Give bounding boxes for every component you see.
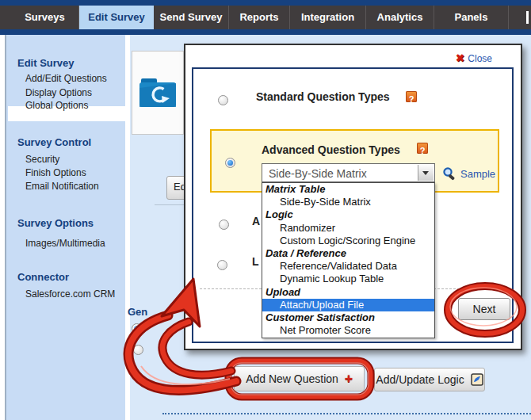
nav-tab-bar: Surveys Edit Survey Send Survey Reports … <box>0 6 531 29</box>
background-radio-selected[interactable] <box>132 323 142 334</box>
nav-left-spacer <box>0 6 11 29</box>
background-radio[interactable] <box>133 345 143 355</box>
next-button[interactable]: Next <box>458 298 510 320</box>
radio-standard-question-types[interactable] <box>218 95 228 105</box>
question-library-box <box>132 51 184 135</box>
sidebar-section-survey-options: Survey Options <box>17 217 94 229</box>
sidebar-section-connector: Connector <box>17 271 69 283</box>
tab-panels[interactable]: Panels <box>434 6 509 29</box>
app-window: Surveys Edit Survey Send Survey Reports … <box>0 0 531 420</box>
nav-bottom-strip <box>0 29 531 35</box>
radio-option-4[interactable] <box>217 260 227 270</box>
standard-question-types-label: Standard Question Types <box>256 90 390 103</box>
sidebar-item-add-edit-questions[interactable]: Add/Edit Questions <box>25 73 107 84</box>
list-item-reference-validated-data[interactable]: Reference/Validated Data <box>262 260 434 273</box>
sidebar-item-global-options[interactable]: Global Options <box>25 100 88 111</box>
list-item-net-promoter-score[interactable]: Net Promoter Score <box>262 324 434 337</box>
sidebar-item-salesforce-crm[interactable]: Salesforce.com CRM <box>25 288 115 300</box>
add-question-modal: ✖Close Standard Question Types Advanced … <box>184 44 522 350</box>
radio-option-3[interactable] <box>219 220 229 230</box>
sample-link[interactable]: Sample <box>442 166 495 181</box>
close-x-icon: ✖ <box>456 52 465 64</box>
sidebar-item-finish-options[interactable]: Finish Options <box>25 167 86 178</box>
divider-line <box>155 204 184 205</box>
tab-integration[interactable]: Integration <box>290 6 366 29</box>
logic-book-icon <box>471 373 483 386</box>
option-3-label-fragment: A <box>252 215 260 227</box>
sidebar-item-email-notification[interactable]: Email Notification <box>25 181 99 192</box>
sidebar-item-display-options[interactable]: Display Options <box>25 87 92 98</box>
question-type-dropdown-list: Matrix Table Side-By-Side Matrix Logic R… <box>262 182 435 338</box>
folder-refresh-icon <box>138 75 178 110</box>
add-new-question-button[interactable]: Add New Question + <box>234 366 365 391</box>
close-button[interactable]: ✖Close <box>456 52 492 64</box>
list-group-matrix-table[interactable]: Matrix Table <box>262 183 434 196</box>
list-group-customer-satisfaction[interactable]: Customer Satisfaction <box>262 311 434 324</box>
nav-top-strip <box>0 0 531 6</box>
question-type-select[interactable]: Side-By-Side Matrix <box>262 163 435 182</box>
red-plus-icon: + <box>345 373 353 384</box>
sidebar-section-edit-survey: Edit Survey <box>17 57 74 69</box>
tab-analytics[interactable]: Analytics <box>366 6 434 29</box>
tab-send-survey[interactable]: Send Survey <box>154 6 229 29</box>
general-section-label-fragment: Gen <box>128 306 147 318</box>
sample-label: Sample <box>460 168 495 180</box>
list-group-logic[interactable]: Logic <box>262 208 434 221</box>
tab-reports[interactable]: Reports <box>229 6 290 29</box>
question-type-panel: Standard Question Types Advanced Questio… <box>192 67 514 343</box>
help-icon[interactable] <box>417 143 428 154</box>
magnifier-icon <box>442 166 457 181</box>
list-item-side-by-side-matrix[interactable]: Side-By-Side Matrix <box>262 196 434 208</box>
option-4-label-fragment: L <box>252 255 259 268</box>
chevron-down-icon[interactable] <box>418 165 434 181</box>
add-update-logic-label: Add/Update Logic <box>376 373 464 386</box>
advanced-question-types-label: Advanced Question Types <box>262 143 400 156</box>
list-item-attach-upload-file[interactable]: Attach/Upload File <box>262 299 434 311</box>
help-icon[interactable] <box>406 91 417 102</box>
tab-surveys[interactable]: Surveys <box>11 6 79 29</box>
add-update-logic-button[interactable]: Add/Update Logic <box>374 368 485 391</box>
sidebar-item-images-multimedia[interactable]: Images/Multimedia <box>25 238 105 249</box>
tab-edit-survey[interactable]: Edit Survey <box>79 6 154 29</box>
dashed-separator <box>162 413 531 414</box>
select-value: Side-By-Side Matrix <box>269 167 367 180</box>
list-group-data-reference[interactable]: Data / Reference <box>262 247 434 260</box>
sidebar-section-survey-control: Survey Control <box>17 136 91 148</box>
list-group-upload[interactable]: Upload <box>262 286 434 299</box>
list-item-custom-logic-scoring-engine[interactable]: Custom Logic/Scoring Engine <box>262 235 434 247</box>
close-label: Close <box>468 53 492 64</box>
list-item-dynamic-lookup-table[interactable]: Dynamic Lookup Table <box>262 273 434 285</box>
list-item-randomizer[interactable]: Randomizer <box>262 222 434 235</box>
top-navigation: Surveys Edit Survey Send Survey Reports … <box>0 0 531 35</box>
cut-off-tab-fragment <box>526 11 529 24</box>
sidebar: Edit Survey Add/Edit Questions Display O… <box>5 35 125 420</box>
add-new-question-label: Add New Question <box>246 372 338 385</box>
radio-advanced-question-types[interactable] <box>225 158 235 168</box>
sidebar-item-security[interactable]: Security <box>25 154 59 165</box>
